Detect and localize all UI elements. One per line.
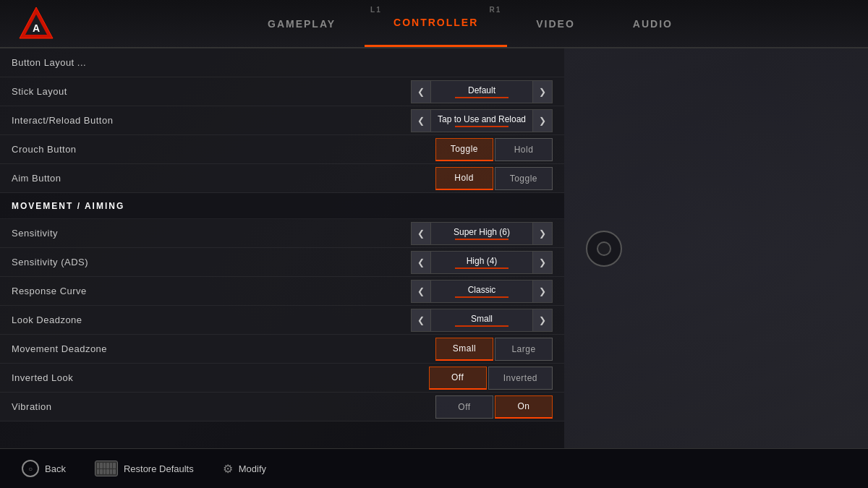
interact-reload-next[interactable]: ❯ bbox=[532, 109, 553, 132]
stick-layout-value-text: Default bbox=[468, 85, 495, 95]
interact-reload-value-display: Tap to Use and Reload bbox=[431, 109, 532, 132]
joystick-indicator bbox=[586, 231, 622, 267]
interact-reload-controls: ❮ Tap to Use and Reload ❯ bbox=[411, 109, 553, 132]
restore-defaults-action[interactable]: Restore Defaults bbox=[95, 461, 194, 476]
back-action[interactable]: ○ Back bbox=[22, 460, 66, 477]
response-curve-row: Response Curve ❮ Classic ❯ bbox=[0, 277, 564, 306]
crouch-label: Crouch Button bbox=[12, 144, 435, 155]
sensitivity-selector: ❮ Super High (6) ❯ bbox=[411, 222, 553, 245]
look-deadzone-prev[interactable]: ❮ bbox=[411, 309, 431, 332]
response-curve-next[interactable]: ❯ bbox=[532, 280, 553, 303]
look-deadzone-next[interactable]: ❯ bbox=[532, 309, 553, 332]
sensitivity-ads-value-text: High (4) bbox=[467, 256, 498, 266]
sensitivity-prev[interactable]: ❮ bbox=[411, 222, 431, 245]
key-dot-7 bbox=[97, 469, 100, 475]
inverted-look-off-btn[interactable]: Off bbox=[429, 367, 487, 390]
sensitivity-next[interactable]: ❯ bbox=[532, 222, 553, 245]
response-curve-value-text: Classic bbox=[468, 285, 496, 295]
sensitivity-ads-label: Sensitivity (ADS) bbox=[12, 257, 411, 267]
tab-controller[interactable]: L1 CONTROLLER R1 bbox=[365, 0, 507, 47]
tab-video[interactable]: VIDEO bbox=[507, 0, 604, 47]
movement-deadzone-row: Movement Deadzone Small Large bbox=[0, 335, 564, 364]
sensitivity-ads-selector: ❮ High (4) ❯ bbox=[411, 251, 553, 274]
interact-reload-prev[interactable]: ❮ bbox=[411, 109, 431, 132]
movement-deadzone-large-btn[interactable]: Large bbox=[495, 338, 553, 361]
key-dot-9 bbox=[103, 469, 106, 475]
sensitivity-ads-prev[interactable]: ❮ bbox=[411, 251, 431, 274]
circle-icon: ○ bbox=[22, 460, 39, 477]
bottom-action-bar: ○ Back Restore Defaults ⚙ Modify bbox=[0, 448, 868, 488]
sensitivity-ads-controls: ❮ High (4) ❯ bbox=[411, 251, 553, 274]
look-deadzone-label: Look Deadzone bbox=[12, 314, 411, 325]
sensitivity-ads-value-display: High (4) bbox=[431, 251, 532, 274]
aim-label: Aim Button bbox=[12, 173, 435, 184]
crouch-hold-btn[interactable]: Hold bbox=[495, 138, 553, 161]
aim-hold-btn[interactable]: Hold bbox=[435, 167, 493, 190]
look-deadzone-underline bbox=[455, 325, 509, 327]
main-layout: Button Layout ... Stick Layout ❮ Default… bbox=[0, 48, 868, 448]
modify-action[interactable]: ⚙ Modify bbox=[223, 462, 266, 476]
vibration-controls: Off On bbox=[435, 395, 553, 419]
response-curve-underline bbox=[455, 296, 509, 298]
restore-defaults-label: Restore Defaults bbox=[124, 463, 194, 474]
tab-gameplay[interactable]: GAMEPLAY bbox=[239, 0, 365, 47]
stick-layout-next[interactable]: ❯ bbox=[532, 80, 553, 103]
response-curve-prev[interactable]: ❮ bbox=[411, 280, 431, 303]
button-layout-row[interactable]: Button Layout ... bbox=[0, 48, 564, 77]
stick-layout-controls: ❮ Default ❯ bbox=[411, 80, 553, 103]
look-deadzone-value-text: Small bbox=[471, 314, 493, 324]
movement-deadzone-label: Movement Deadzone bbox=[12, 343, 435, 354]
sensitivity-label: Sensitivity bbox=[12, 228, 411, 239]
look-deadzone-controls: ❮ Small ❯ bbox=[411, 309, 553, 332]
button-layout-label: Button Layout ... bbox=[12, 57, 553, 68]
key-dot-12 bbox=[113, 469, 116, 475]
key-dot-1 bbox=[97, 463, 100, 468]
sensitivity-ads-row: Sensitivity (ADS) ❮ High (4) ❯ bbox=[0, 248, 564, 277]
inverted-look-inverted-btn[interactable]: Inverted bbox=[488, 367, 553, 390]
joystick-circle bbox=[586, 231, 622, 267]
key-dot-8 bbox=[100, 469, 103, 475]
look-deadzone-selector: ❮ Small ❯ bbox=[411, 309, 553, 332]
back-label: Back bbox=[45, 463, 66, 474]
response-curve-label: Response Curve bbox=[12, 286, 411, 296]
sensitivity-ads-next[interactable]: ❯ bbox=[532, 251, 553, 274]
key-dot-6 bbox=[113, 463, 116, 468]
sensitivity-value-text: Super High (6) bbox=[454, 227, 510, 237]
bumper-r: R1 bbox=[489, 6, 501, 14]
tab-audio[interactable]: AUDIO bbox=[604, 0, 702, 47]
stick-layout-row: Stick Layout ❮ Default ❯ bbox=[0, 77, 564, 106]
key-dot-3 bbox=[103, 463, 106, 468]
nav-tabs: GAMEPLAY L1 CONTROLLER R1 VIDEO AUDIO bbox=[72, 0, 868, 47]
vibration-off-btn[interactable]: Off bbox=[435, 395, 493, 419]
svg-text:A: A bbox=[33, 22, 40, 34]
interact-reload-label: Interact/Reload Button bbox=[12, 115, 411, 126]
crouch-toggle-btn[interactable]: Toggle bbox=[435, 138, 493, 161]
joystick-dot bbox=[597, 241, 611, 256]
aim-toggle-btn[interactable]: Toggle bbox=[495, 167, 553, 190]
crouch-controls: Toggle Hold bbox=[435, 138, 553, 161]
movement-deadzone-small-btn[interactable]: Small bbox=[435, 338, 493, 361]
vibration-row: Vibration Off On bbox=[0, 393, 564, 421]
response-curve-controls: ❮ Classic ❯ bbox=[411, 280, 553, 303]
stick-layout-prev[interactable]: ❮ bbox=[411, 80, 431, 103]
interact-reload-value-text: Tap to Use and Reload bbox=[438, 114, 526, 124]
crouch-row: Crouch Button Toggle Hold bbox=[0, 135, 564, 164]
key-dot-4 bbox=[106, 463, 109, 468]
gameplay-tab-label: GAMEPLAY bbox=[268, 18, 336, 30]
keyboard-icon bbox=[95, 461, 118, 476]
movement-deadzone-controls: Small Large bbox=[435, 338, 553, 361]
audio-tab-label: AUDIO bbox=[633, 18, 673, 30]
sensitivity-underline bbox=[455, 239, 509, 240]
video-tab-label: VIDEO bbox=[536, 18, 575, 30]
bumper-l: L1 bbox=[370, 6, 382, 14]
look-deadzone-value-display: Small bbox=[431, 309, 532, 332]
interact-reload-underline bbox=[455, 126, 509, 127]
inverted-look-row: Inverted Look Off Inverted bbox=[0, 364, 564, 393]
vibration-on-btn[interactable]: On bbox=[495, 395, 553, 419]
circle-icon-symbol: ○ bbox=[28, 465, 33, 473]
right-preview-panel bbox=[564, 48, 868, 448]
response-curve-value-display: Classic bbox=[431, 280, 532, 303]
interact-reload-row: Interact/Reload Button ❮ Tap to Use and … bbox=[0, 106, 564, 135]
aim-controls: Hold Toggle bbox=[435, 167, 553, 190]
aim-row: Aim Button Hold Toggle bbox=[0, 164, 564, 193]
